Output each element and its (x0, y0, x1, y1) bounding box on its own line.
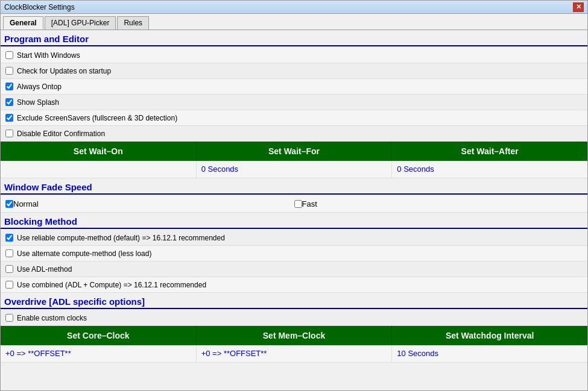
core-clock-value[interactable]: +0 => **OFFSET** (1, 345, 197, 362)
adl-method-checkbox[interactable] (5, 265, 13, 273)
tab-adl-gpu[interactable]: [ADL] GPU-Picker (45, 16, 116, 30)
checkbox-exclude-screensavers: Exclude ScreenSavers (fullscreen & 3D de… (1, 110, 587, 126)
main-window: ClockBlocker Settings ✕ General [ADL] GP… (0, 0, 588, 391)
tab-bar: General [ADL] GPU-Picker Rules (1, 14, 587, 30)
title-bar: ClockBlocker Settings ✕ (1, 1, 587, 14)
close-button[interactable]: ✕ (573, 2, 584, 12)
reliable-compute-checkbox[interactable] (5, 234, 13, 242)
clock-values-row: +0 => **OFFSET** +0 => **OFFSET** 10 Sec… (1, 345, 587, 363)
settings-content: Program and Editor Start With Windows Ch… (1, 30, 587, 390)
disable-editor-label: Disable Editor Confirmation (17, 130, 105, 138)
tab-general[interactable]: General (3, 16, 43, 30)
wait-table-header: Set Wait–On Set Wait–For Set Wait–After (1, 142, 587, 161)
window-title: ClockBlocker Settings (4, 3, 75, 11)
tab-rules[interactable]: Rules (117, 16, 149, 30)
show-splash-label: Show Splash (17, 98, 59, 107)
exclude-screensavers-checkbox[interactable] (5, 114, 13, 122)
adl-method-label: Use ADL-method (17, 265, 72, 274)
exclude-screensavers-label: Exclude ScreenSavers (fullscreen & 3D de… (17, 114, 177, 122)
program-editor-title: Program and Editor (1, 30, 587, 45)
check-updates-checkbox[interactable] (5, 67, 13, 75)
normal-label: Normal (13, 199, 39, 208)
checkbox-disable-editor: Disable Editor Confirmation (1, 126, 587, 142)
mem-clock-value[interactable]: +0 => **OFFSET** (197, 345, 393, 362)
show-splash-checkbox[interactable] (5, 98, 13, 106)
enable-custom-clocks-label: Enable custom clocks (17, 314, 87, 322)
combined-method-checkbox[interactable] (5, 281, 13, 289)
checkbox-start-with-windows: Start With Windows (1, 48, 587, 63)
clock-table-header: Set Core–Clock Set Mem–Clock Set Watchdo… (1, 326, 587, 345)
wait-for-header[interactable]: Set Wait–For (197, 142, 393, 161)
combined-method-label: Use combined (ADL + Compute) => 16.12.1 … (17, 281, 206, 289)
always-ontop-label: Always Ontop (17, 83, 62, 91)
fade-speed-row: Normal Fast (1, 196, 587, 213)
checkbox-combined-method: Use combined (ADL + Compute) => 16.12.1 … (1, 277, 587, 293)
checkbox-reliable-compute: Use reliable compute-method (default) =>… (1, 230, 587, 246)
start-with-windows-label: Start With Windows (17, 51, 80, 60)
overdrive-title: Overdrive [ADL specific options] (1, 293, 587, 308)
wait-for-value[interactable]: 0 Seconds (197, 161, 393, 178)
watchdog-interval-value[interactable]: 10 Seconds (392, 345, 587, 362)
start-with-windows-checkbox[interactable] (5, 51, 13, 59)
reliable-compute-label: Use reliable compute-method (default) =>… (17, 234, 225, 242)
checkbox-alternate-compute: Use alternate compute-method (less load) (1, 246, 587, 261)
checkbox-check-updates: Check for Updates on startup (1, 63, 587, 79)
fast-checkbox[interactable] (294, 200, 302, 208)
window-fade-title: Window Fade Speed (1, 178, 587, 193)
alternate-compute-label: Use alternate compute-method (less load) (17, 249, 151, 258)
normal-checkbox[interactable] (5, 200, 13, 208)
enable-custom-clocks-checkbox[interactable] (5, 314, 13, 322)
wait-on-value[interactable] (1, 161, 197, 178)
blocking-method-title: Blocking Method (1, 213, 587, 228)
disable-editor-checkbox[interactable] (5, 130, 13, 137)
blocking-method-divider (1, 228, 587, 229)
wait-after-value[interactable]: 0 Seconds (392, 161, 587, 178)
checkbox-always-ontop: Always Ontop (1, 79, 587, 95)
check-updates-label: Check for Updates on startup (17, 67, 111, 75)
mem-clock-header[interactable]: Set Mem–Clock (197, 326, 393, 345)
window-fade-divider (1, 193, 587, 195)
alternate-compute-checkbox[interactable] (5, 249, 13, 257)
fast-label: Fast (302, 199, 317, 208)
wait-on-header[interactable]: Set Wait–On (1, 142, 197, 161)
program-editor-divider (1, 45, 587, 46)
wait-after-header[interactable]: Set Wait–After (392, 142, 587, 161)
wait-values-row: 0 Seconds 0 Seconds (1, 161, 587, 178)
always-ontop-checkbox[interactable] (5, 83, 13, 90)
checkbox-show-splash: Show Splash (1, 95, 587, 110)
overdrive-divider (1, 308, 587, 309)
core-clock-header[interactable]: Set Core–Clock (1, 326, 197, 345)
checkbox-adl-method: Use ADL-method (1, 261, 587, 277)
checkbox-enable-custom-clocks: Enable custom clocks (1, 310, 587, 326)
watchdog-interval-header[interactable]: Set Watchdog Interval (392, 326, 587, 345)
